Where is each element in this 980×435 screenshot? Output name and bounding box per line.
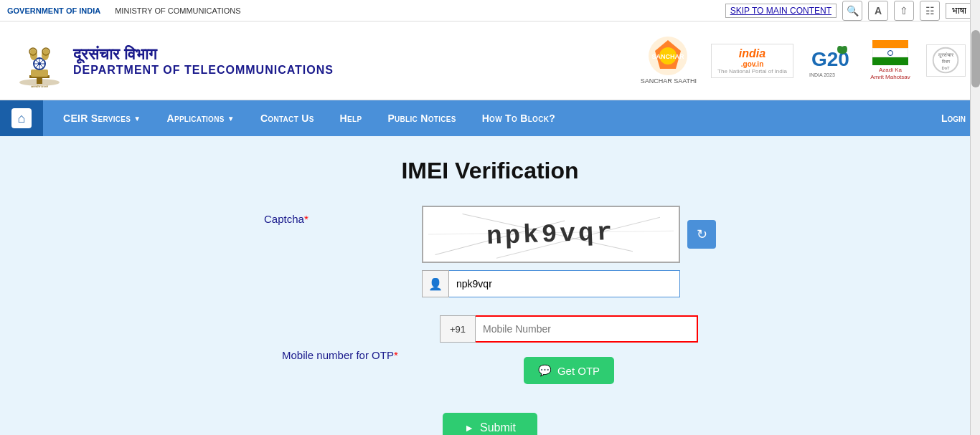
navbar: ⌂ CEIR Services ▼ Applications ▼ Contact… [0,100,980,136]
nav-applications[interactable]: Applications ▼ [154,100,248,136]
search-icon-btn[interactable]: 🔍 [842,1,862,21]
gov-bar: GOVERNMENT OF INDIA MINISTRY OF COMMUNIC… [0,0,980,21]
gov-name-label: GOVERNMENT OF INDIA [7,6,100,15]
home-button[interactable]: ⌂ [0,100,43,136]
azadi-logo: Azadi KaAmrit Mahotsav [869,40,912,80]
mobile-required: * [394,349,398,361]
scrollbar[interactable] [970,0,980,435]
ceir-dropdown-arrow: ▼ [133,115,141,123]
gov-bar-left: GOVERNMENT OF INDIA MINISTRY OF COMMUNIC… [7,6,241,15]
captcha-input-wrapper: 👤 [422,270,680,297]
dept-english-label: DEPARTMENT OF TELECOMMUNICATIONS [73,64,334,77]
nav-public-notices[interactable]: Public Notices [374,100,468,136]
home-icon: ⌂ [11,108,32,128]
scrollbar-thumb[interactable] [971,30,980,87]
svg-point-13 [43,49,49,54]
mobile-controls: +91 💬 Get OTP [440,315,698,388]
nav-contact-us[interactable]: Contact Us [248,100,327,136]
user-icon: 👤 [422,270,449,297]
mobile-label: Mobile number for OTP* [282,342,440,361]
captcha-row: npk9vqr ↻ [422,206,716,263]
applications-dropdown-arrow: ▼ [227,115,235,123]
header-logos: SANCHAR SANCHAR SAATHI india .gov.in The… [641,37,966,85]
nav-how-to-block[interactable]: How to Block? [469,100,568,136]
svg-text:सत्यमेव जयते: सत्यमेव जयते [29,85,47,87]
refresh-captcha-button[interactable]: ↻ [687,220,716,249]
captcha-controls: npk9vqr ↻ 👤 [422,206,716,297]
skip-to-main-link[interactable]: SKIP TO MAIN CONTENT [725,4,837,18]
font-size-icon-btn[interactable]: A [868,1,888,21]
g20-logo-svg: G20 INDIA 2023 [808,41,854,80]
nav-help[interactable]: Help [327,100,375,136]
dept-hindi-label: दूरसंचार विभाग [73,45,334,64]
captcha-label: Captcha* [264,206,422,225]
sanchar-logo-svg: SANCHAR [649,37,688,76]
page-title: IMEI Verification [401,158,578,184]
dept-info: दूरसंचार विभाग DEPARTMENT OF TELECOMMUNI… [73,45,334,77]
submit-button[interactable]: ► Submit [443,413,537,435]
main-content: IMEI Verification Captcha* npk9vqr [0,136,980,435]
country-code-label: +91 [440,315,476,343]
svg-text:DoT: DoT [942,66,950,70]
mobile-input-row: +91 [440,315,698,343]
mobile-number-input[interactable] [476,315,698,343]
submit-row: ► Submit [167,406,813,435]
sanchar-saathi-logo: SANCHAR SANCHAR SAATHI [641,37,697,85]
header-left: सत्यमेव जयते दूरसंचार विभाग DEPARTMENT O… [14,32,334,90]
nav-items: CEIR Services ▼ Applications ▼ Contact U… [43,100,927,136]
svg-rect-3 [31,70,48,77]
captcha-display-text: npk9vqr [486,217,616,251]
captcha-image: npk9vqr [422,206,680,263]
gov-bar-right: SKIP TO MAIN CONTENT 🔍 A ⇧ ☷ भाषा [725,1,973,21]
header: सत्यमेव जयते दूरसंचार विभाग DEPARTMENT O… [0,21,980,100]
g20-logo: G20 INDIA 2023 [808,41,854,80]
svg-text:INDIA 2023: INDIA 2023 [809,72,835,77]
otp-row: 💬 Get OTP [440,353,698,388]
fifth-logo: दूरसंचार विभाग DoT [926,44,966,77]
ministry-label: MINISTRY OF COMMUNICATIONS [115,6,240,15]
share-icon-btn[interactable]: ⇧ [894,1,914,21]
nav-ceir-services[interactable]: CEIR Services ▼ [50,100,154,136]
otp-btn-icon: 💬 [538,364,552,377]
form-container: Captcha* npk9vqr ↻ [167,206,813,435]
fifth-logo-svg: दूरसंचार विभाग DoT [927,44,965,77]
bhasha-btn[interactable]: भाषा [946,3,973,19]
svg-text:दूरसंचार: दूरसंचार [938,52,954,58]
india-gov-logo: india .gov.in The National Portal of Ind… [711,44,793,78]
svg-text:SANCHAR: SANCHAR [652,53,685,60]
svg-text:विभाग: विभाग [941,59,951,64]
emblem-svg: सत्यमेव जयते [17,34,63,87]
emblem: सत्यमेव जयते [14,32,65,90]
submit-icon: ► [464,422,474,434]
captcha-required: * [304,213,308,225]
svg-point-12 [30,49,36,54]
captcha-form-row: Captcha* npk9vqr ↻ [167,206,813,297]
mobile-form-row: Mobile number for OTP* +91 💬 Get OTP [167,315,813,388]
get-otp-button[interactable]: 💬 Get OTP [524,357,614,384]
captcha-input[interactable] [449,270,680,297]
sitemap-icon-btn[interactable]: ☷ [920,1,940,21]
